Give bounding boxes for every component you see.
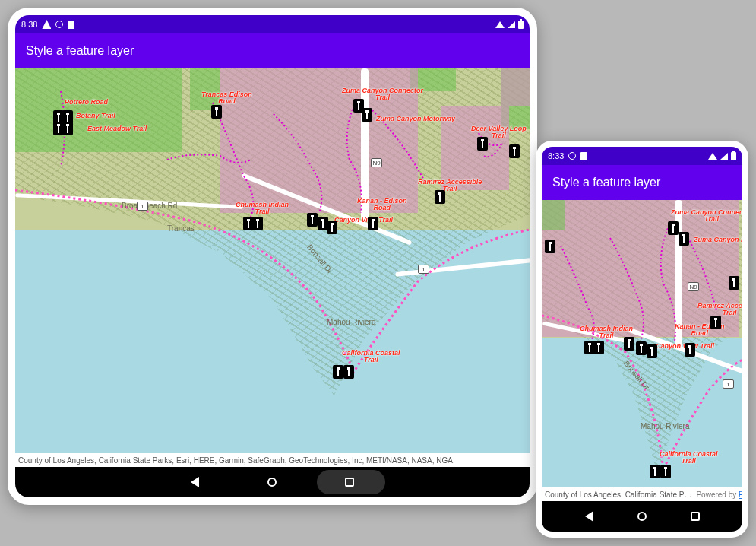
trail-label: Potrero Road: [65, 99, 108, 106]
nav-recent-icon[interactable]: [345, 478, 354, 487]
place-label: Trancas: [167, 224, 195, 233]
app-title: Style a feature layer: [26, 44, 134, 58]
trailhead-icon[interactable]: [307, 213, 318, 227]
highway-shield: 1: [723, 379, 734, 389]
status-bar: 8:33: [542, 147, 742, 165]
nav-back-icon[interactable]: [585, 511, 593, 522]
trailhead-icon[interactable]: [593, 341, 604, 354]
highway-shield: N9: [371, 158, 382, 167]
trailhead-icon[interactable]: [647, 344, 657, 358]
android-nav-bar: [542, 501, 742, 532]
battery-icon: [731, 152, 736, 160]
wifi-icon: [495, 21, 505, 28]
app-title: Style a feature layer: [552, 176, 660, 189]
trailhead-icon[interactable]: [624, 337, 634, 351]
map-view[interactable]: Potrero RoadBotany TrailEast Meadow Trai…: [15, 68, 530, 453]
status-bar: 8:38: [15, 15, 530, 33]
trail-label: East Meadow Trail: [87, 125, 147, 132]
trailhead-icon[interactable]: [333, 365, 343, 379]
android-nav-bar: [15, 467, 530, 497]
trailhead-icon[interactable]: [211, 105, 222, 119]
trail-label: Kanan - EdisonRoad: [357, 198, 407, 211]
trailhead-icon[interactable]: [729, 276, 739, 290]
trailhead-icon[interactable]: [685, 343, 695, 357]
trailhead-icon[interactable]: [679, 232, 689, 246]
nav-recent-icon[interactable]: [691, 512, 700, 521]
profile-icon: [568, 152, 576, 160]
profile-icon: [55, 21, 63, 28]
trailhead-icon[interactable]: [509, 144, 520, 158]
nav-home-icon[interactable]: [637, 512, 647, 521]
trailhead-icon[interactable]: [710, 316, 721, 329]
trail-label: Botany Trail: [76, 113, 115, 119]
signal-icon: [720, 153, 728, 160]
trailhead-icon[interactable]: [477, 137, 488, 151]
trail-label: Zuma Canyon Motorway: [694, 236, 742, 243]
trailhead-icon[interactable]: [368, 217, 378, 230]
signal-icon: [508, 21, 515, 28]
trailhead-icon[interactable]: [545, 240, 555, 253]
trail-label: California CoastalTrail: [342, 350, 400, 363]
highway-shield: 1: [137, 202, 148, 211]
trail-label: Zuma Canyon Motorway: [376, 116, 455, 122]
trailhead-icon[interactable]: [343, 365, 354, 379]
trailhead-icon[interactable]: [650, 465, 660, 478]
app-bar: Style a feature layer: [542, 165, 742, 200]
esri-link[interactable]: Esri: [739, 490, 742, 499]
trailhead-icon[interactable]: [435, 190, 445, 204]
card-icon: [580, 152, 587, 160]
trailhead-icon[interactable]: [327, 221, 337, 234]
phone-device: 8:33 Style a feature layer Zuma Canyon C…: [536, 141, 748, 538]
trailhead-icon[interactable]: [362, 108, 372, 122]
trailhead-icon[interactable]: [62, 122, 73, 135]
app-bar: Style a feature layer: [15, 33, 530, 68]
trail-label: Trancas EdisonRoad: [201, 91, 252, 105]
trail-label: California CoastalTrail: [660, 451, 718, 465]
attribution-powered: Powered by Esri: [696, 490, 742, 499]
attribution-bar: County of Los Angeles, California State …: [542, 487, 742, 501]
trailhead-icon[interactable]: [636, 341, 647, 355]
trail-label: Ramirez AccessibleTrail: [418, 179, 482, 192]
trail-label: Ramirez AccessibleTrail: [697, 303, 742, 316]
tablet-device: 8:38 Style a feature layer: [8, 8, 537, 505]
trailhead-icon[interactable]: [660, 465, 671, 478]
place-label: Mahou Riviera: [641, 422, 689, 430]
wifi-icon: [708, 153, 717, 160]
battery-icon: [518, 21, 524, 29]
highway-shield: N9: [688, 282, 699, 291]
status-time: 8:33: [548, 151, 564, 160]
trail-label: Chumash IndianTrail: [236, 202, 289, 215]
nav-back-icon[interactable]: [191, 477, 199, 487]
trail-label: Zuma Canyon ConnectorTrail: [671, 209, 742, 223]
attribution-text: County of Los Angeles, California State …: [545, 490, 691, 499]
attribution-text: County of Los Angeles, California State …: [18, 456, 455, 465]
place-label: Mahou Riviera: [327, 318, 375, 326]
trailhead-icon[interactable]: [668, 221, 679, 235]
trail-label: Canyon View Trail: [334, 217, 393, 224]
status-time: 8:38: [21, 20, 37, 29]
attribution-bar: County of Los Angeles, California State …: [15, 453, 530, 467]
debug-icon: [42, 20, 51, 29]
highway-shield: 1: [418, 265, 429, 274]
nav-home-icon[interactable]: [267, 478, 277, 487]
map-view[interactable]: Zuma Canyon ConnectorTrailZuma Canyon Mo…: [542, 200, 742, 487]
trailhead-icon[interactable]: [252, 217, 263, 230]
place-label: Broad Beach Rd: [122, 202, 177, 210]
card-icon: [68, 21, 74, 29]
